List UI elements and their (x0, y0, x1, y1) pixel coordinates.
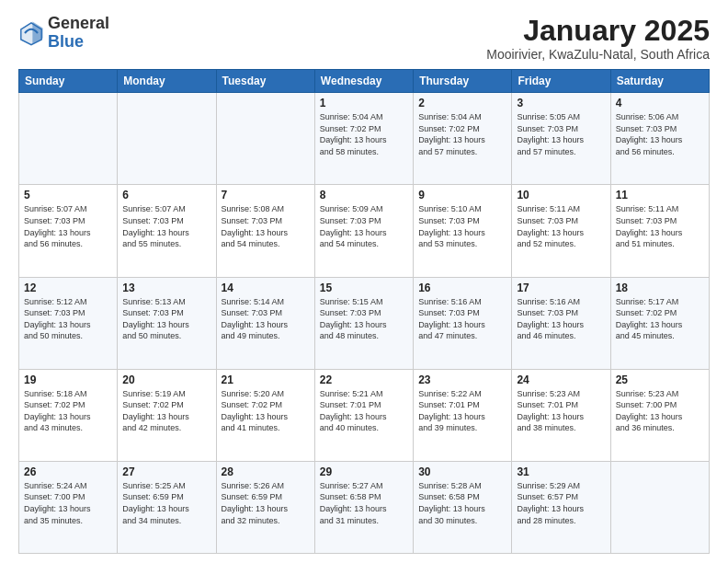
day-number: 4 (616, 97, 704, 109)
day-info: Sunrise: 5:07 AM Sunset: 7:03 PM Dayligh… (122, 203, 210, 249)
calendar-header-row: SundayMondayTuesdayWednesdayThursdayFrid… (19, 70, 710, 93)
calendar-cell: 29Sunrise: 5:27 AM Sunset: 6:58 PM Dayli… (314, 461, 413, 553)
day-info: Sunrise: 5:12 AM Sunset: 7:03 PM Dayligh… (24, 296, 112, 342)
calendar-cell: 26Sunrise: 5:24 AM Sunset: 7:00 PM Dayli… (19, 461, 118, 553)
calendar-cell (19, 93, 118, 185)
day-number: 5 (24, 189, 112, 201)
day-info: Sunrise: 5:21 AM Sunset: 7:01 PM Dayligh… (320, 388, 408, 434)
calendar-cell: 27Sunrise: 5:25 AM Sunset: 6:59 PM Dayli… (118, 461, 216, 553)
day-number: 26 (24, 465, 112, 478)
calendar-cell (118, 93, 216, 185)
day-info: Sunrise: 5:05 AM Sunset: 7:03 PM Dayligh… (517, 111, 605, 157)
calendar-week-4: 26Sunrise: 5:24 AM Sunset: 7:00 PM Dayli… (19, 461, 710, 553)
calendar-cell: 7Sunrise: 5:08 AM Sunset: 7:03 PM Daylig… (216, 185, 314, 277)
calendar-cell: 31Sunrise: 5:29 AM Sunset: 6:57 PM Dayli… (512, 461, 610, 553)
calendar-cell: 25Sunrise: 5:23 AM Sunset: 7:00 PM Dayli… (610, 369, 709, 461)
day-number: 11 (616, 189, 704, 201)
day-info: Sunrise: 5:19 AM Sunset: 7:02 PM Dayligh… (122, 388, 210, 434)
calendar-cell: 24Sunrise: 5:23 AM Sunset: 7:01 PM Dayli… (512, 369, 610, 461)
calendar-cell: 8Sunrise: 5:09 AM Sunset: 7:03 PM Daylig… (314, 185, 413, 277)
page: General Blue January 2025 Mooirivier, Kw… (0, 0, 728, 563)
day-info: Sunrise: 5:26 AM Sunset: 6:59 PM Dayligh… (222, 480, 310, 526)
day-number: 20 (122, 373, 210, 386)
col-header-monday: Monday (118, 70, 216, 93)
day-info: Sunrise: 5:14 AM Sunset: 7:03 PM Dayligh… (222, 296, 310, 342)
day-info: Sunrise: 5:24 AM Sunset: 7:00 PM Dayligh… (24, 480, 112, 526)
day-number: 21 (222, 373, 310, 386)
day-info: Sunrise: 5:20 AM Sunset: 7:02 PM Dayligh… (222, 388, 310, 434)
day-info: Sunrise: 5:27 AM Sunset: 6:58 PM Dayligh… (320, 480, 408, 526)
calendar-cell: 12Sunrise: 5:12 AM Sunset: 7:03 PM Dayli… (19, 277, 118, 369)
calendar-cell: 10Sunrise: 5:11 AM Sunset: 7:03 PM Dayli… (512, 185, 610, 277)
col-header-tuesday: Tuesday (216, 70, 314, 93)
day-number: 30 (418, 465, 506, 478)
day-info: Sunrise: 5:29 AM Sunset: 6:57 PM Dayligh… (517, 480, 605, 526)
day-info: Sunrise: 5:17 AM Sunset: 7:02 PM Dayligh… (616, 296, 704, 342)
day-info: Sunrise: 5:10 AM Sunset: 7:03 PM Dayligh… (418, 203, 506, 249)
day-info: Sunrise: 5:22 AM Sunset: 7:01 PM Dayligh… (418, 388, 506, 434)
day-number: 27 (122, 465, 210, 478)
day-number: 23 (418, 373, 506, 386)
calendar-cell: 20Sunrise: 5:19 AM Sunset: 7:02 PM Dayli… (118, 369, 216, 461)
month-title: January 2025 (486, 15, 710, 47)
day-number: 24 (517, 373, 605, 386)
day-number: 22 (320, 373, 408, 386)
day-number: 28 (222, 465, 310, 478)
calendar-cell: 23Sunrise: 5:22 AM Sunset: 7:01 PM Dayli… (414, 369, 512, 461)
day-info: Sunrise: 5:25 AM Sunset: 6:59 PM Dayligh… (122, 480, 210, 526)
calendar-cell: 15Sunrise: 5:15 AM Sunset: 7:03 PM Dayli… (314, 277, 413, 369)
calendar-cell: 19Sunrise: 5:18 AM Sunset: 7:02 PM Dayli… (19, 369, 118, 461)
col-header-sunday: Sunday (19, 70, 118, 93)
day-info: Sunrise: 5:08 AM Sunset: 7:03 PM Dayligh… (222, 203, 310, 249)
day-info: Sunrise: 5:04 AM Sunset: 7:02 PM Dayligh… (320, 111, 408, 157)
day-info: Sunrise: 5:11 AM Sunset: 7:03 PM Dayligh… (517, 203, 605, 249)
day-number: 15 (320, 282, 408, 294)
calendar-cell: 11Sunrise: 5:11 AM Sunset: 7:03 PM Dayli… (610, 185, 709, 277)
calendar-cell: 3Sunrise: 5:05 AM Sunset: 7:03 PM Daylig… (512, 93, 610, 185)
calendar-cell: 1Sunrise: 5:04 AM Sunset: 7:02 PM Daylig… (314, 93, 413, 185)
day-info: Sunrise: 5:09 AM Sunset: 7:03 PM Dayligh… (320, 203, 408, 249)
day-number: 29 (320, 465, 408, 478)
calendar-table: SundayMondayTuesdayWednesdayThursdayFrid… (18, 69, 710, 554)
calendar-cell: 4Sunrise: 5:06 AM Sunset: 7:03 PM Daylig… (610, 93, 709, 185)
calendar-cell: 28Sunrise: 5:26 AM Sunset: 6:59 PM Dayli… (216, 461, 314, 553)
day-number: 2 (418, 97, 506, 109)
logo-blue: Blue (48, 32, 84, 51)
logo-icon (18, 20, 44, 46)
logo-general: General (48, 14, 109, 32)
day-number: 6 (122, 189, 210, 201)
title-block: January 2025 Mooirivier, KwaZulu-Natal, … (486, 15, 710, 62)
day-number: 9 (418, 189, 506, 201)
day-info: Sunrise: 5:04 AM Sunset: 7:02 PM Dayligh… (418, 111, 506, 157)
day-number: 8 (320, 189, 408, 201)
calendar-cell: 14Sunrise: 5:14 AM Sunset: 7:03 PM Dayli… (216, 277, 314, 369)
day-info: Sunrise: 5:07 AM Sunset: 7:03 PM Dayligh… (24, 203, 112, 249)
day-number: 31 (517, 465, 605, 478)
col-header-friday: Friday (512, 70, 610, 93)
day-info: Sunrise: 5:18 AM Sunset: 7:02 PM Dayligh… (24, 388, 112, 434)
col-header-saturday: Saturday (610, 70, 709, 93)
day-info: Sunrise: 5:15 AM Sunset: 7:03 PM Dayligh… (320, 296, 408, 342)
day-info: Sunrise: 5:23 AM Sunset: 7:00 PM Dayligh… (616, 388, 704, 434)
day-number: 18 (616, 282, 704, 294)
calendar-cell: 6Sunrise: 5:07 AM Sunset: 7:03 PM Daylig… (118, 185, 216, 277)
calendar-cell: 2Sunrise: 5:04 AM Sunset: 7:02 PM Daylig… (414, 93, 512, 185)
logo: General Blue (18, 15, 109, 52)
calendar-cell: 22Sunrise: 5:21 AM Sunset: 7:01 PM Dayli… (314, 369, 413, 461)
day-info: Sunrise: 5:13 AM Sunset: 7:03 PM Dayligh… (122, 296, 210, 342)
col-header-wednesday: Wednesday (314, 70, 413, 93)
day-number: 12 (24, 282, 112, 294)
day-number: 14 (222, 282, 310, 294)
day-number: 17 (517, 282, 605, 294)
calendar-cell: 18Sunrise: 5:17 AM Sunset: 7:02 PM Dayli… (610, 277, 709, 369)
calendar-week-3: 19Sunrise: 5:18 AM Sunset: 7:02 PM Dayli… (19, 369, 710, 461)
calendar-cell: 9Sunrise: 5:10 AM Sunset: 7:03 PM Daylig… (414, 185, 512, 277)
calendar-week-0: 1Sunrise: 5:04 AM Sunset: 7:02 PM Daylig… (19, 93, 710, 185)
day-number: 7 (222, 189, 310, 201)
day-info: Sunrise: 5:16 AM Sunset: 7:03 PM Dayligh… (418, 296, 506, 342)
calendar-cell: 16Sunrise: 5:16 AM Sunset: 7:03 PM Dayli… (414, 277, 512, 369)
day-number: 10 (517, 189, 605, 201)
day-info: Sunrise: 5:06 AM Sunset: 7:03 PM Dayligh… (616, 111, 704, 157)
day-info: Sunrise: 5:11 AM Sunset: 7:03 PM Dayligh… (616, 203, 704, 249)
day-number: 3 (517, 97, 605, 109)
